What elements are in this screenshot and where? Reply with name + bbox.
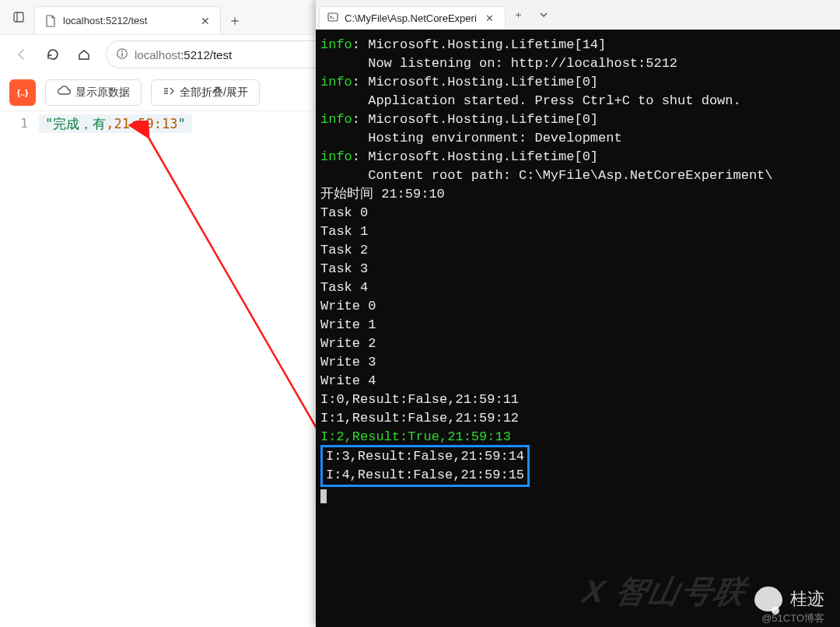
svg-line-5	[148, 136, 327, 446]
json-line-1[interactable]: "完成，有,21:59:13"	[39, 114, 192, 133]
home-button[interactable]	[70, 40, 98, 68]
back-button[interactable]	[8, 40, 36, 68]
svg-rect-6	[328, 13, 338, 21]
fold-all-label: 全部折叠/展开	[180, 86, 248, 100]
annotation-arrow	[47, 121, 342, 463]
tab-actions-button[interactable]	[5, 3, 33, 31]
page-icon	[44, 15, 57, 27]
terminal-tab-close[interactable]: ✕	[483, 12, 497, 26]
wechat-icon	[754, 587, 782, 611]
faint-watermark: X 智山号联	[579, 570, 751, 613]
show-raw-button[interactable]: 显示原数据	[45, 79, 142, 106]
browser-tab-1[interactable]: localhost:5212/test ✕	[34, 6, 221, 34]
watermark-sub: @51CTO博客	[761, 611, 824, 625]
terminal-icon	[327, 12, 338, 25]
fold-all-button[interactable]: 全部折叠/展开	[151, 79, 260, 106]
refresh-button[interactable]	[39, 40, 67, 68]
svg-point-3	[121, 51, 123, 52]
terminal-tab-strip: C:\MyFile\Asp.NetCoreExperi ✕ ＋	[316, 0, 840, 30]
terminal-new-tab[interactable]: ＋	[507, 3, 530, 26]
svg-rect-0	[14, 12, 23, 22]
json-viewer-logo: {..}	[9, 79, 36, 106]
line-gutter: 1	[0, 114, 39, 133]
watermark-name: 桂迹	[790, 587, 824, 611]
cloud-icon	[57, 86, 71, 99]
collapse-icon	[163, 86, 175, 99]
terminal-output[interactable]: info: Microsoft.Hosting.Lifetime[14] Now…	[316, 30, 840, 627]
new-tab-button[interactable]: ＋	[222, 8, 247, 33]
show-raw-label: 显示原数据	[75, 86, 130, 100]
tab-close-button[interactable]: ✕	[198, 14, 212, 28]
terminal-tab[interactable]: C:\MyFile\Asp.NetCoreExperi ✕	[319, 6, 506, 30]
terminal-dropdown[interactable]	[532, 3, 555, 26]
tab-title: localhost:5212/test	[63, 15, 192, 26]
url-text: localhost:5212/test	[135, 48, 232, 61]
terminal-window: C:\MyFile\Asp.NetCoreExperi ✕ ＋ info: Mi…	[316, 0, 840, 627]
watermark: 桂迹	[754, 587, 824, 611]
svg-rect-4	[121, 53, 122, 57]
terminal-tab-title: C:\MyFile\Asp.NetCoreExperi	[345, 12, 477, 24]
site-info-icon[interactable]	[116, 47, 128, 62]
